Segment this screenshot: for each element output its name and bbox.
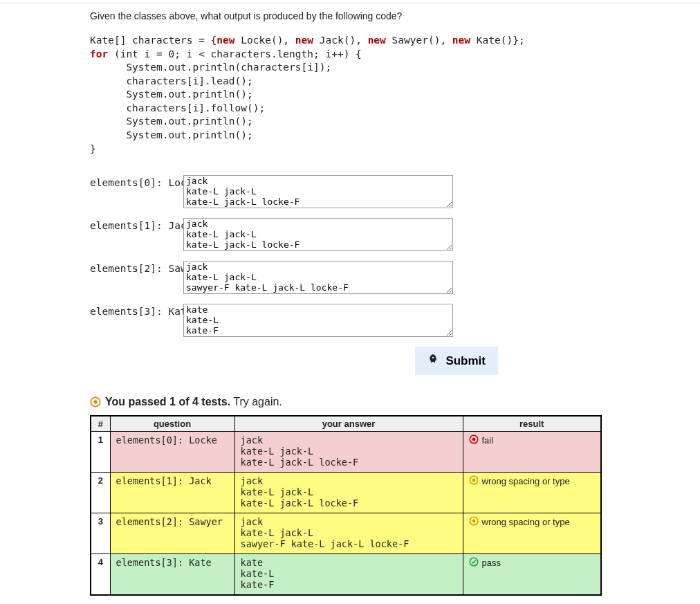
result-summary: You passed 1 of 4 tests. Try again. — [90, 396, 623, 408]
question-prompt: Given the classes above, what output is … — [90, 10, 623, 21]
results-header-answer: your answer — [234, 416, 463, 432]
svg-point-3 — [472, 438, 475, 441]
answer-input-field[interactable] — [183, 218, 453, 251]
table-cell-question: elements[1]: Jack — [110, 473, 234, 513]
fail-bullseye-icon — [469, 434, 479, 446]
table-cell-result: wrong spacing or type — [463, 513, 601, 554]
result-status-text: wrong spacing or type — [482, 517, 570, 527]
result-status-text: pass — [482, 558, 501, 568]
answer-input-row: elements[3]: Kate — [90, 304, 623, 337]
table-row-number: 3 — [91, 513, 110, 554]
table-cell-result: pass — [463, 554, 601, 596]
warn-bullseye-icon — [469, 516, 479, 528]
answer-input-field[interactable] — [183, 304, 453, 337]
result-summary-rest: Try again. — [230, 396, 282, 408]
svg-point-1 — [93, 400, 97, 403]
table-cell-answer: jack kate-L jack-L kate-L jack-L locke-F — [234, 473, 463, 513]
results-table: # question your answer result 1elements[… — [90, 415, 602, 596]
table-cell-answer: kate kate-L kate-F — [234, 554, 463, 596]
table-cell-question: elements[0]: Locke — [110, 432, 234, 473]
table-row-number: 1 — [91, 432, 110, 473]
answer-input-row: elements[0]: Locke — [90, 175, 623, 208]
table-cell-answer: jack kate-L jack-L sawyer-F kate-L jack-… — [234, 513, 463, 554]
table-row: 2elements[1]: Jackjack kate-L jack-L kat… — [91, 473, 601, 513]
question-code: Kate[] characters = {new Locke(), new Ja… — [90, 34, 623, 156]
answer-inputs-area: elements[0]: Lockeelements[1]: Jackeleme… — [90, 175, 623, 337]
table-row-number: 4 — [91, 554, 110, 596]
table-row: 1elements[0]: Lockejack kate-L jack-L ka… — [91, 432, 601, 473]
results-header-num: # — [91, 416, 110, 432]
answer-input-label: elements[0]: Locke — [90, 175, 183, 190]
bullseye-icon — [90, 396, 101, 408]
answer-input-label: elements[1]: Jack — [90, 218, 183, 233]
answer-input-label: elements[3]: Kate — [90, 304, 183, 319]
table-cell-question: elements[3]: Kate — [110, 554, 234, 596]
svg-point-7 — [472, 520, 475, 523]
table-cell-result: fail — [463, 432, 601, 473]
table-cell-result: wrong spacing or type — [463, 473, 601, 513]
submit-button-label: Submit — [445, 354, 486, 368]
answer-input-label: elements[2]: Sawyer — [90, 261, 183, 276]
table-cell-answer: jack kate-L jack-L kate-L jack-L locke-F — [234, 432, 463, 473]
rocket-icon — [427, 354, 439, 368]
answer-input-field[interactable] — [183, 261, 453, 294]
result-status-text: fail — [482, 435, 494, 446]
warn-bullseye-icon — [469, 475, 479, 487]
svg-point-5 — [472, 479, 475, 482]
answer-input-row: elements[2]: Sawyer — [90, 261, 623, 294]
check-circle-icon — [469, 557, 479, 569]
result-status-text: wrong spacing or type — [482, 476, 570, 486]
results-header-result: result — [463, 416, 601, 432]
submit-button[interactable]: Submit — [415, 347, 498, 375]
answer-input-field[interactable] — [183, 175, 453, 208]
table-row: 4elements[3]: Katekate kate-L kate-Fpass — [91, 554, 601, 596]
table-row-number: 2 — [91, 473, 110, 513]
table-cell-question: elements[2]: Sawyer — [110, 513, 234, 554]
question-container: Given the classes above, what output is … — [0, 3, 623, 604]
submit-row: Submit — [90, 347, 623, 375]
answer-input-row: elements[1]: Jack — [90, 218, 623, 251]
results-header-question: question — [110, 416, 234, 432]
result-summary-strong: You passed 1 of 4 tests. — [105, 396, 230, 408]
table-row: 3elements[2]: Sawyerjack kate-L jack-L s… — [91, 513, 601, 554]
